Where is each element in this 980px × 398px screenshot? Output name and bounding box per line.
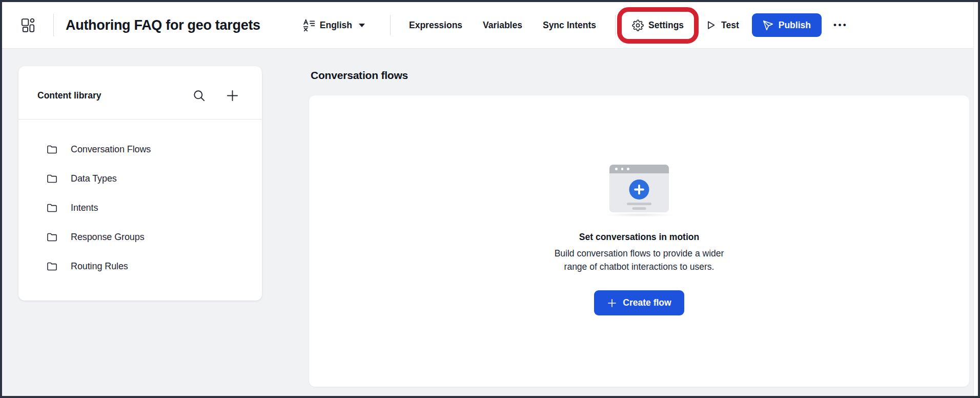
send-icon <box>763 20 773 31</box>
settings-button[interactable]: Settings <box>632 19 684 31</box>
caret-down-icon <box>359 24 365 27</box>
library-item-label: Response Groups <box>71 232 145 243</box>
library-item-response-groups[interactable]: Response Groups <box>18 223 262 252</box>
test-label: Test <box>721 20 739 31</box>
play-icon <box>705 19 717 31</box>
folder-icon <box>46 173 58 185</box>
header-nav: Expressions Variables Sync Intents <box>409 20 596 31</box>
plus-icon <box>607 298 617 308</box>
test-button[interactable]: Test <box>705 19 739 31</box>
add-circle-icon <box>629 180 649 200</box>
create-flow-label: Create flow <box>623 297 671 308</box>
library-item-label: Routing Rules <box>71 261 128 272</box>
divider <box>53 14 54 36</box>
scrollbar-track[interactable] <box>973 2 978 396</box>
window-dot <box>615 168 618 170</box>
app-window: Authoring FAQ for geo targets English <box>0 0 980 398</box>
flows-card: Set conversations in motion Build conver… <box>309 95 969 387</box>
search-icon[interactable] <box>192 89 206 103</box>
language-selector[interactable]: English <box>302 19 365 32</box>
library-item-label: Data Types <box>71 173 117 184</box>
nav-sync-intents[interactable]: Sync Intents <box>543 20 596 31</box>
language-label: English <box>320 20 352 31</box>
library-item-data-types[interactable]: Data Types <box>18 164 262 193</box>
library-list: Conversation Flows Data Types Intents <box>18 120 262 281</box>
plus-icon[interactable] <box>226 89 239 103</box>
page-title: Conversation flows <box>311 69 408 82</box>
empty-state-title: Set conversations in motion <box>579 232 699 243</box>
library-item-label: Conversation Flows <box>71 144 151 155</box>
apps-grid-icon[interactable] <box>21 18 35 32</box>
browser-body-graphic <box>609 173 669 212</box>
illustration-shadow <box>605 213 673 217</box>
folder-icon <box>46 144 58 155</box>
folder-icon <box>46 231 58 243</box>
more-options-button[interactable]: ••• <box>833 20 848 30</box>
browser-titlebar-graphic <box>609 165 669 173</box>
empty-state-description-line: Build conversation flows to provide a wi… <box>555 247 724 261</box>
divider <box>615 15 616 35</box>
empty-state-description-line: range of chatbot interactions to users. <box>555 261 724 274</box>
skeleton-line <box>627 203 651 205</box>
library-item-label: Intents <box>71 203 98 213</box>
browser-window-graphic <box>609 165 669 212</box>
skeleton-line <box>632 207 646 210</box>
content-library-panel: Content library <box>18 66 262 301</box>
create-flow-button[interactable]: Create flow <box>594 290 684 315</box>
folder-icon <box>46 202 58 214</box>
library-item-intents[interactable]: Intents <box>18 193 262 223</box>
library-item-routing-rules[interactable]: Routing Rules <box>18 252 262 281</box>
empty-state-illustration <box>605 165 673 217</box>
window-dot <box>621 168 624 170</box>
settings-label: Settings <box>648 20 684 31</box>
translate-icon <box>302 19 315 32</box>
publish-label: Publish <box>779 20 811 31</box>
empty-state-description: Build conversation flows to provide a wi… <box>555 247 724 273</box>
library-header: Content library <box>18 66 262 119</box>
divider <box>390 15 391 35</box>
library-item-conversation-flows[interactable]: Conversation Flows <box>18 135 262 164</box>
nav-expressions[interactable]: Expressions <box>409 20 462 31</box>
folder-icon <box>46 261 58 272</box>
nav-variables[interactable]: Variables <box>483 20 522 31</box>
bot-title: Authoring FAQ for geo targets <box>66 17 260 33</box>
gear-icon <box>632 19 644 31</box>
library-title: Content library <box>37 90 101 101</box>
top-bar: Authoring FAQ for geo targets English <box>2 2 973 49</box>
window-dot <box>627 168 629 170</box>
publish-button[interactable]: Publish <box>752 13 822 37</box>
